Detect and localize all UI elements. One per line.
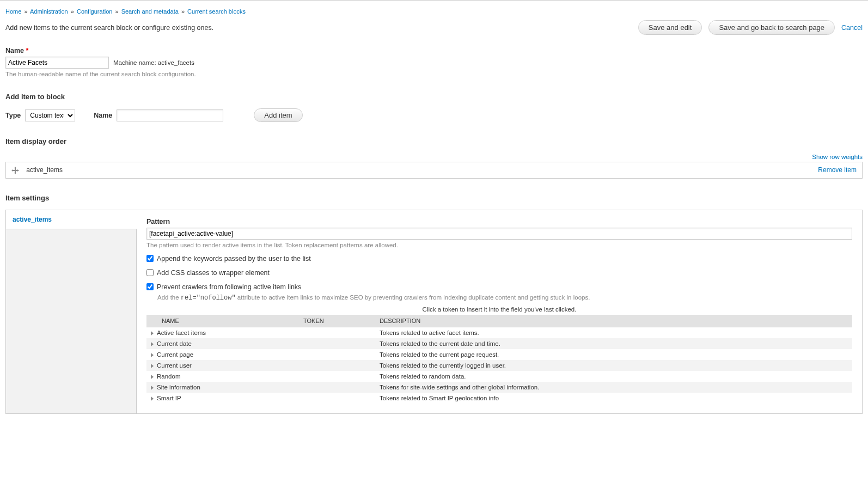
th-name: NAME	[146, 315, 299, 327]
add-css-row[interactable]: Add CSS classes to wrapper element	[146, 269, 852, 277]
token-desc: Tokens related to Smart IP geolocation i…	[375, 393, 852, 404]
pattern-label: Pattern	[146, 218, 852, 225]
breadcrumb: Home » Administration » Configuration » …	[5, 6, 863, 20]
expand-icon[interactable]	[151, 331, 154, 335]
vtab-label[interactable]: active_items	[13, 216, 52, 223]
add-item-button[interactable]: Add item	[254, 108, 302, 122]
machine-name-label: Machine name: active_facets	[113, 59, 194, 66]
expand-icon[interactable]	[151, 342, 154, 346]
bc-sep: »	[181, 8, 185, 15]
vtab-active-items[interactable]: active_items	[6, 210, 137, 229]
nofollow-label: Prevent crawlers from following active i…	[157, 283, 301, 291]
bc-current-blocks[interactable]: Current search blocks	[187, 8, 246, 15]
name-label: Name *	[5, 47, 863, 54]
bc-home[interactable]: Home	[5, 8, 21, 15]
top-actions: Save and edit Save and go back to search…	[638, 20, 863, 35]
save-and-back-button[interactable]: Save and go back to search page	[708, 20, 835, 35]
table-row: Current userTokens related to the curren…	[146, 360, 852, 371]
vertical-tabs: active_items	[6, 210, 137, 413]
bc-sep: »	[115, 8, 118, 15]
name-input[interactable]	[5, 57, 109, 69]
nofollow-row[interactable]: Prevent crawlers from following active i…	[146, 283, 852, 291]
drag-handle-icon[interactable]	[11, 167, 19, 174]
token-value	[299, 338, 375, 349]
token-name: Smart IP	[157, 395, 181, 401]
token-desc: Tokens for site-wide settings and other …	[375, 382, 852, 393]
table-row: active_items Remove item	[6, 162, 863, 179]
expand-icon[interactable]	[151, 386, 154, 390]
add-item-name-input[interactable]	[117, 109, 223, 121]
token-desc: Tokens related to the current page reque…	[375, 349, 852, 360]
nofollow-checkbox[interactable]	[146, 283, 154, 290]
token-name: Site information	[157, 384, 200, 391]
expand-icon[interactable]	[151, 364, 154, 368]
table-row: Smart IPTokens related to Smart IP geolo…	[146, 393, 852, 404]
th-token: TOKEN	[299, 315, 375, 327]
expand-icon[interactable]	[151, 375, 154, 379]
token-name: Current date	[157, 340, 192, 347]
save-and-edit-button[interactable]: Save and edit	[638, 20, 702, 35]
token-value	[299, 349, 375, 360]
pattern-description: The pattern used to render active items …	[146, 242, 852, 248]
token-value	[299, 371, 375, 382]
append-keywords-checkbox[interactable]	[146, 255, 154, 262]
token-value	[299, 393, 375, 404]
token-value	[299, 327, 375, 338]
token-desc: Tokens related to random data.	[375, 371, 852, 382]
token-caption: Click a token to insert it into the fiel…	[146, 306, 852, 313]
settings-heading: Item settings	[5, 194, 863, 202]
nofollow-description: Add the rel="nofollow" attribute to acti…	[157, 294, 852, 302]
order-heading: Item display order	[5, 137, 863, 145]
bc-admin[interactable]: Administration	[30, 8, 68, 15]
svg-rect-1	[13, 170, 17, 171]
table-row: RandomTokens related to random data.	[146, 371, 852, 382]
add-item-heading: Add item to block	[5, 93, 863, 101]
token-name: Random	[157, 373, 180, 380]
bc-sep: »	[24, 8, 27, 15]
token-name: Current user	[157, 362, 192, 369]
add-name-label: Name	[94, 112, 112, 119]
token-value	[299, 382, 375, 393]
th-desc: DESCRIPTION	[375, 315, 852, 327]
type-select[interactable]: Custom text	[25, 109, 75, 121]
token-desc: Tokens related to the current date and t…	[375, 338, 852, 349]
name-description: The human-readable name of the current s…	[5, 71, 863, 77]
append-keywords-row[interactable]: Append the keywords passed by the user t…	[146, 255, 852, 263]
table-row: Current pageTokens related to the curren…	[146, 349, 852, 360]
token-name: Active facet items	[157, 330, 206, 336]
show-row-weights-link[interactable]: Show row weights	[812, 154, 863, 160]
required-marker: *	[26, 47, 29, 54]
bc-sep: »	[71, 8, 74, 15]
table-row: Site informationTokens for site-wide set…	[146, 382, 852, 393]
bc-config[interactable]: Configuration	[77, 8, 112, 15]
cancel-link[interactable]: Cancel	[841, 24, 863, 32]
bc-search-meta[interactable]: Search and metadata	[121, 8, 179, 15]
token-name: Current page	[157, 351, 193, 358]
table-row: Current dateTokens related to the curren…	[146, 338, 852, 349]
expand-icon[interactable]	[151, 353, 154, 357]
token-value	[299, 360, 375, 371]
pattern-input[interactable]	[146, 228, 852, 240]
token-desc: Tokens related to the currently logged i…	[375, 360, 852, 371]
append-keywords-label: Append the keywords passed by the user t…	[157, 255, 311, 263]
type-label: Type	[5, 112, 21, 119]
page-intro: Add new items to the current search bloc…	[5, 24, 213, 32]
order-row-label: active_items	[26, 166, 63, 174]
add-css-checkbox[interactable]	[146, 269, 154, 276]
expand-icon[interactable]	[151, 396, 154, 401]
add-css-label: Add CSS classes to wrapper element	[157, 269, 270, 277]
tokens-table: NAME TOKEN DESCRIPTION Active facet item…	[146, 315, 852, 404]
token-desc: Tokens related to active facet items.	[375, 327, 852, 338]
table-row: Active facet itemsTokens related to acti…	[146, 327, 852, 338]
remove-item-link[interactable]: Remove item	[818, 166, 857, 174]
